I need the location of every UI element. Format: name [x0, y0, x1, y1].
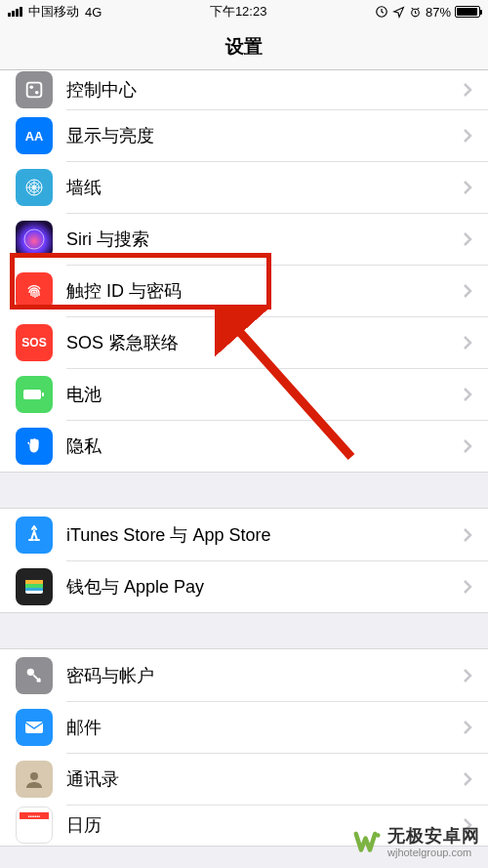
- svg-rect-16: [25, 588, 43, 591]
- svg-point-4: [35, 91, 39, 95]
- row-control-center[interactable]: 控制中心: [0, 70, 488, 109]
- row-label: 控制中心: [66, 78, 463, 102]
- chevron-right-icon: [463, 128, 472, 144]
- row-label: 电池: [66, 383, 463, 406]
- row-sos[interactable]: SOS SOS 紧急联络: [0, 316, 488, 368]
- svg-rect-2: [27, 83, 42, 98]
- battery-row-icon: [16, 376, 53, 413]
- svg-text:SOS: SOS: [21, 336, 46, 350]
- row-label: 钱包与 Apple Pay: [66, 575, 463, 599]
- chevron-right-icon: [463, 231, 472, 247]
- watermark: 无极安卓网 wjhotelgroup.com: [352, 827, 480, 858]
- battery-icon: [455, 6, 480, 18]
- svg-rect-12: [42, 393, 44, 396]
- signal-icon: [8, 7, 22, 17]
- row-touch-id[interactable]: 触控 ID 与密码: [0, 265, 488, 316]
- chevron-right-icon: [463, 283, 472, 299]
- svg-rect-15: [25, 584, 43, 588]
- sos-icon: SOS: [16, 324, 53, 361]
- svg-point-9: [24, 229, 44, 249]
- chevron-right-icon: [463, 180, 472, 195]
- row-contacts[interactable]: 通讯录: [0, 753, 488, 805]
- settings-group-general: 控制中心 AA 显示与亮度 墙纸 Siri 与搜索 触控 ID 与密码 SOS …: [0, 70, 488, 473]
- row-itunes-appstore[interactable]: iTunes Store 与 App Store: [0, 509, 488, 560]
- network-label: 4G: [85, 5, 102, 20]
- nav-bar: 设置: [0, 23, 488, 70]
- svg-text:•••••••: •••••••: [28, 813, 41, 819]
- svg-text:AA: AA: [25, 128, 44, 143]
- row-label: 隐私: [66, 434, 463, 458]
- row-display-brightness[interactable]: AA 显示与亮度: [0, 109, 488, 161]
- row-label: 墙纸: [66, 176, 463, 199]
- key-icon: [16, 657, 53, 694]
- battery-pct: 87%: [426, 5, 451, 20]
- display-icon: AA: [16, 117, 53, 154]
- contacts-icon: [16, 761, 53, 798]
- row-label: SOS 紧急联络: [66, 331, 463, 354]
- svg-rect-14: [25, 580, 43, 584]
- mail-icon: [16, 709, 53, 746]
- row-wallpaper[interactable]: 墙纸: [0, 161, 488, 213]
- chevron-right-icon: [463, 720, 472, 735]
- status-time: 下午12:23: [210, 3, 267, 21]
- settings-group-store: iTunes Store 与 App Store 钱包与 Apple Pay: [0, 508, 488, 613]
- siri-icon: [16, 221, 53, 258]
- chevron-right-icon: [463, 335, 472, 351]
- row-siri[interactable]: Siri 与搜索: [0, 213, 488, 265]
- watermark-subtitle: wjhotelgroup.com: [387, 847, 480, 858]
- clock-icon: [375, 5, 388, 19]
- svg-point-24: [376, 833, 381, 838]
- appstore-icon: [16, 517, 53, 554]
- svg-point-17: [27, 668, 34, 675]
- row-privacy[interactable]: 隐私: [0, 420, 488, 472]
- svg-point-3: [29, 85, 33, 89]
- wallpaper-icon: [16, 169, 53, 206]
- carrier-label: 中国移动: [28, 3, 79, 21]
- alarm-icon: [409, 6, 422, 19]
- row-passwords[interactable]: 密码与帐户: [0, 649, 488, 701]
- status-bar: 中国移动 4G 下午12:23 87%: [0, 0, 488, 23]
- location-icon: [392, 6, 405, 19]
- row-label: 邮件: [66, 716, 463, 739]
- row-label: 触控 ID 与密码: [66, 279, 463, 303]
- row-label: Siri 与搜索: [66, 227, 463, 251]
- status-left: 中国移动 4G: [8, 3, 102, 21]
- svg-point-19: [30, 772, 38, 780]
- privacy-icon: [16, 428, 53, 465]
- calendar-icon: •••••••: [16, 806, 53, 844]
- watermark-logo-icon: [352, 828, 382, 857]
- svg-rect-22: [20, 819, 49, 839]
- row-label: 通讯录: [66, 767, 463, 791]
- row-label: 显示与亮度: [66, 124, 463, 147]
- chevron-right-icon: [463, 771, 472, 787]
- chevron-right-icon: [463, 438, 472, 454]
- watermark-title: 无极安卓网: [387, 827, 480, 847]
- settings-group-accounts: 密码与帐户 邮件 通讯录 ••••••• 日历: [0, 648, 488, 847]
- chevron-right-icon: [463, 82, 472, 98]
- page-title: 设置: [225, 34, 263, 60]
- chevron-right-icon: [463, 579, 472, 595]
- svg-rect-18: [25, 722, 43, 733]
- status-right: 87%: [375, 5, 480, 20]
- chevron-right-icon: [463, 387, 472, 402]
- chevron-right-icon: [463, 527, 472, 543]
- chevron-right-icon: [463, 668, 472, 683]
- row-mail[interactable]: 邮件: [0, 701, 488, 753]
- row-wallet[interactable]: 钱包与 Apple Pay: [0, 560, 488, 612]
- fingerprint-icon: [16, 272, 53, 310]
- control-center-icon: [16, 71, 53, 108]
- row-battery[interactable]: 电池: [0, 368, 488, 420]
- svg-rect-11: [23, 390, 41, 399]
- wallet-icon: [16, 568, 53, 605]
- row-label: 密码与帐户: [66, 664, 463, 687]
- row-label: iTunes Store 与 App Store: [66, 523, 463, 547]
